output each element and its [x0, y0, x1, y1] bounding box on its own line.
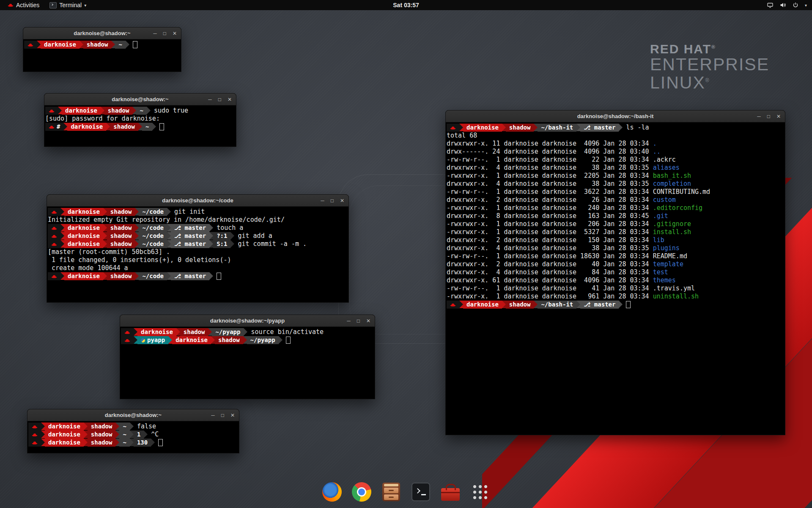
system-menu-caret-icon[interactable]: ▾: [805, 3, 807, 8]
display-icon[interactable]: [767, 2, 774, 8]
redhat-icon: [49, 124, 55, 130]
terminal-window[interactable]: darknoise@shadow:~ ─ □ ✕ darknoiseshadow…: [27, 409, 239, 453]
redhat-icon: [124, 330, 130, 335]
window-titlebar[interactable]: darknoise@shadow:~ ─ □ ✕: [23, 28, 181, 39]
terminal-body[interactable]: darknoiseshadow~/codegit initInitialized…: [47, 207, 348, 282]
terminal-line: darknoiseshadow~/bash-it⎇ masterls -la: [447, 124, 784, 132]
volume-icon[interactable]: [779, 2, 786, 8]
terminal-window[interactable]: darknoise@shadow:~/code ─ □ ✕ darknoises…: [47, 194, 349, 303]
app-menu-terminal[interactable]: Terminal ▾: [45, 0, 91, 10]
terminal-line: drwxrwxr-x. 4 darknoise darknoise 38 Jan…: [447, 180, 784, 188]
close-button[interactable]: ✕: [173, 31, 177, 36]
minimize-button[interactable]: ─: [153, 31, 157, 36]
terminal-line: drwx------. 24 darknoise darknoise 4096 …: [447, 148, 784, 156]
dock-terminal[interactable]: [410, 480, 432, 504]
clock[interactable]: Sat 03:57: [393, 2, 419, 8]
dock-app-grid[interactable]: [469, 480, 491, 504]
hat-prompt-segment: [48, 232, 60, 240]
hat-prompt-segment: [48, 272, 60, 280]
prompt-segment: shadow: [104, 107, 133, 115]
firefox-icon: [322, 482, 342, 502]
terminal-text: drwxrwxr-x. 4 darknoise darknoise 38 Jan…: [447, 180, 653, 188]
minimize-button[interactable]: ─: [211, 413, 215, 418]
terminal-text: drwxrwxr-x. 4 darknoise darknoise 84 Jan…: [447, 268, 653, 276]
activities-button[interactable]: Activities: [3, 0, 44, 10]
maximize-button[interactable]: □: [767, 114, 770, 119]
terminal-cursor: [133, 41, 137, 48]
maximize-button[interactable]: □: [163, 31, 166, 36]
prompt-segment: shadow: [88, 431, 116, 439]
powerline-arrow-icon: [230, 240, 234, 248]
close-button[interactable]: ✕: [228, 97, 232, 102]
dock-chrome[interactable]: [351, 480, 373, 504]
minimize-button[interactable]: ─: [347, 318, 351, 323]
maximize-button[interactable]: □: [331, 198, 334, 203]
minimize-button[interactable]: ─: [321, 198, 324, 203]
terminal-window[interactable]: darknoise@shadow:~/bash-it ─ □ ✕ darknoi…: [445, 110, 785, 435]
terminal-line: -rw-rw-r--. 1 darknoise darknoise 3622 J…: [447, 188, 784, 196]
window-title: darknoise@shadow:~: [112, 96, 168, 102]
terminal-text: [master (root-commit) 50bcb63] .: [48, 248, 170, 256]
terminal-text: drwxrwxr-x. 2 darknoise darknoise 26 Jan…: [447, 196, 653, 204]
powerline-arrow-icon: [208, 328, 212, 336]
powerline-arrow-icon: [60, 224, 64, 232]
maximize-button[interactable]: □: [221, 413, 224, 418]
redhat-icon: [450, 125, 456, 130]
dock-files[interactable]: [380, 480, 402, 504]
redhat-icon: [51, 274, 57, 279]
terminal-cursor: [158, 439, 163, 446]
close-button[interactable]: ✕: [230, 413, 235, 418]
terminal-window[interactable]: darknoise@shadow:~ ─ □ ✕ darknoiseshadow…: [44, 93, 236, 147]
terminal-text: plugins: [653, 244, 680, 252]
close-button[interactable]: ✕: [366, 318, 370, 323]
window-title: darknoise@shadow:~/code: [162, 197, 233, 204]
powerline-arrow-icon: [126, 41, 129, 48]
terminal-line: -rwxrwxr-x. 1 darknoise darknoise 961 Ja…: [447, 293, 784, 301]
terminal-body[interactable]: darknoiseshadow~/pyappsource bin/activat…: [120, 327, 375, 345]
terminal-text: -rw-rw-r--. 1 darknoise darknoise 41 Jan…: [447, 284, 653, 293]
prompt-segment: ~: [115, 41, 125, 49]
dock-toolbox[interactable]: [439, 480, 461, 504]
terminal-window[interactable]: darknoise@shadow:~ ─ □ ✕ darknoiseshadow…: [23, 27, 181, 72]
terminal-text: -rwxrwxr-x. 1 darknoise darknoise 961 Ja…: [447, 293, 653, 301]
window-titlebar[interactable]: darknoise@shadow:~ ─ □ ✕: [44, 94, 236, 105]
terminal-window[interactable]: darknoise@shadow:~/pyapp ─ □ ✕ darknoise…: [120, 315, 375, 399]
terminal-body[interactable]: darknoiseshadow~sudo true[sudo] password…: [44, 105, 236, 132]
terminal-line: darknoiseshadow~/bash-it⎇ master: [447, 301, 784, 309]
terminal-body[interactable]: darknoiseshadow~/bash-it⎇ masterls -lato…: [446, 122, 785, 310]
window-titlebar[interactable]: darknoise@shadow:~/pyapp ─ □ ✕: [120, 315, 375, 327]
terminal-line: drwxrwxr-x. 61 darknoise darknoise 4096 …: [447, 276, 784, 284]
terminal-line: #darknoiseshadow~: [45, 123, 235, 131]
terminal-text: git add a: [238, 232, 272, 240]
close-button[interactable]: ✕: [776, 114, 781, 119]
terminal-line: drwxrwxr-x. 2 darknoise darknoise 40 Jan…: [447, 260, 784, 268]
minimize-button[interactable]: ─: [757, 114, 761, 119]
dock-firefox[interactable]: [321, 480, 343, 504]
terminal-line: drwxrwxr-x. 11 darknoise darknoise 4096 …: [447, 140, 784, 148]
prompt-segment: shadow: [107, 272, 135, 280]
prompt-segment: darknoise: [45, 439, 84, 447]
terminal-text: .gitignore: [653, 220, 691, 228]
terminal-body[interactable]: darknoiseshadow~: [23, 39, 181, 50]
powerline-arrow-icon: [144, 431, 148, 438]
terminal-line: -rw-rw-r--. 1 darknoise darknoise 18630 …: [447, 252, 784, 260]
hat-prompt-segment: [48, 224, 60, 232]
powerline-arrow-icon: [619, 124, 623, 131]
maximize-button[interactable]: □: [357, 318, 360, 323]
terminal-text: drwxrwxr-x. 11 darknoise darknoise 4096 …: [447, 140, 653, 148]
minimize-button[interactable]: ─: [208, 97, 212, 102]
terminal-body[interactable]: darknoiseshadow~falsedarknoiseshadow~1^C…: [27, 421, 239, 448]
maximize-button[interactable]: □: [218, 97, 221, 102]
powerline-arrow-icon: [167, 208, 171, 215]
prompt-segment: 1: [134, 431, 144, 439]
prompt-segment: shadow: [107, 232, 135, 240]
power-icon[interactable]: [792, 2, 799, 8]
window-titlebar[interactable]: darknoise@shadow:~ ─ □ ✕: [27, 409, 239, 421]
prompt-segment: ?:1: [213, 232, 230, 240]
window-titlebar[interactable]: darknoise@shadow:~/code ─ □ ✕: [47, 195, 348, 207]
window-titlebar[interactable]: darknoise@shadow:~/bash-it ─ □ ✕: [446, 110, 785, 122]
terminal-text: .travis.yml: [653, 284, 695, 293]
close-button[interactable]: ✕: [340, 198, 344, 203]
terminal-text: drwxrwxr-x. 2 darknoise darknoise 40 Jan…: [447, 260, 653, 268]
prompt-segment: ~: [142, 123, 152, 131]
